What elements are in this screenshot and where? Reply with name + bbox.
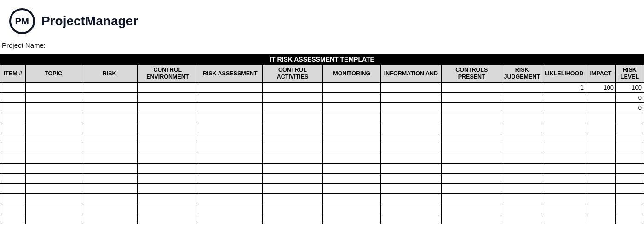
cell-riskjudge[interactable]	[502, 153, 542, 164]
cell-info[interactable]	[381, 174, 442, 184]
cell-impact[interactable]	[586, 164, 616, 174]
cell-likelihood[interactable]	[542, 123, 586, 133]
cell-ctrlenv[interactable]	[137, 164, 198, 174]
cell-info[interactable]	[381, 133, 442, 143]
cell-risklevel[interactable]	[615, 184, 644, 194]
cell-ctrlact[interactable]	[262, 143, 323, 153]
cell-info[interactable]	[381, 93, 442, 103]
cell-topic[interactable]	[25, 153, 81, 164]
cell-ctrlpres[interactable]	[441, 164, 502, 174]
cell-riskassess[interactable]	[198, 214, 262, 224]
cell-topic[interactable]	[25, 204, 81, 214]
cell-risk[interactable]	[81, 123, 138, 133]
cell-ctrlpres[interactable]	[441, 103, 502, 113]
cell-ctrlact[interactable]	[262, 164, 323, 174]
cell-item[interactable]	[0, 194, 26, 204]
cell-topic[interactable]	[25, 194, 81, 204]
cell-info[interactable]	[381, 113, 442, 123]
cell-ctrlpres[interactable]	[441, 184, 502, 194]
cell-riskassess[interactable]	[198, 174, 262, 184]
cell-riskassess[interactable]	[198, 194, 262, 204]
cell-likelihood[interactable]	[542, 204, 586, 214]
cell-riskassess[interactable]	[198, 113, 262, 123]
cell-likelihood[interactable]: 1	[542, 83, 586, 93]
cell-monitor[interactable]	[323, 133, 381, 143]
cell-impact[interactable]	[586, 113, 616, 123]
cell-ctrlact[interactable]	[262, 93, 323, 103]
cell-info[interactable]	[381, 103, 442, 113]
cell-monitor[interactable]	[323, 153, 381, 164]
cell-topic[interactable]	[25, 164, 81, 174]
cell-ctrlact[interactable]	[262, 113, 323, 123]
cell-riskjudge[interactable]	[502, 194, 542, 204]
cell-info[interactable]	[381, 164, 442, 174]
cell-riskjudge[interactable]	[502, 143, 542, 153]
cell-likelihood[interactable]	[542, 164, 586, 174]
cell-risk[interactable]	[81, 83, 138, 93]
cell-ctrlact[interactable]	[262, 153, 323, 164]
cell-ctrlenv[interactable]	[137, 123, 198, 133]
cell-ctrlpres[interactable]	[441, 133, 502, 143]
cell-riskjudge[interactable]	[502, 164, 542, 174]
cell-ctrlenv[interactable]	[137, 184, 198, 194]
cell-monitor[interactable]	[323, 164, 381, 174]
cell-risklevel[interactable]	[615, 204, 644, 214]
cell-ctrlpres[interactable]	[441, 83, 502, 93]
cell-ctrlpres[interactable]	[441, 93, 502, 103]
cell-risklevel[interactable]: 0	[615, 103, 644, 113]
cell-item[interactable]	[0, 133, 26, 143]
cell-impact[interactable]: 100	[586, 83, 616, 93]
cell-item[interactable]	[0, 93, 26, 103]
cell-monitor[interactable]	[323, 123, 381, 133]
cell-impact[interactable]	[586, 103, 616, 113]
cell-risk[interactable]	[81, 174, 138, 184]
cell-risk[interactable]	[81, 153, 138, 164]
cell-topic[interactable]	[25, 123, 81, 133]
cell-item[interactable]	[0, 214, 26, 224]
cell-ctrlenv[interactable]	[137, 214, 198, 224]
cell-ctrlact[interactable]	[262, 204, 323, 214]
cell-item[interactable]	[0, 113, 26, 123]
cell-ctrlpres[interactable]	[441, 214, 502, 224]
cell-ctrlpres[interactable]	[441, 143, 502, 153]
cell-riskassess[interactable]	[198, 133, 262, 143]
cell-item[interactable]	[0, 103, 26, 113]
cell-impact[interactable]	[586, 123, 616, 133]
cell-riskassess[interactable]	[198, 153, 262, 164]
cell-impact[interactable]	[586, 93, 616, 103]
cell-ctrlenv[interactable]	[137, 133, 198, 143]
cell-topic[interactable]	[25, 103, 81, 113]
cell-impact[interactable]	[586, 143, 616, 153]
cell-ctrlenv[interactable]	[137, 153, 198, 164]
cell-likelihood[interactable]	[542, 194, 586, 204]
cell-riskassess[interactable]	[198, 184, 262, 194]
cell-ctrlpres[interactable]	[441, 123, 502, 133]
cell-item[interactable]	[0, 164, 26, 174]
cell-item[interactable]	[0, 204, 26, 214]
cell-risklevel[interactable]	[615, 174, 644, 184]
cell-risklevel[interactable]	[615, 143, 644, 153]
cell-monitor[interactable]	[323, 174, 381, 184]
cell-risklevel[interactable]	[615, 153, 644, 164]
cell-likelihood[interactable]	[542, 153, 586, 164]
cell-riskjudge[interactable]	[502, 133, 542, 143]
cell-riskjudge[interactable]	[502, 103, 542, 113]
cell-riskjudge[interactable]	[502, 204, 542, 214]
cell-risklevel[interactable]	[615, 194, 644, 204]
cell-monitor[interactable]	[323, 103, 381, 113]
cell-ctrlenv[interactable]	[137, 113, 198, 123]
cell-risklevel[interactable]: 0	[615, 93, 644, 103]
cell-item[interactable]	[0, 143, 26, 153]
cell-info[interactable]	[381, 184, 442, 194]
cell-ctrlact[interactable]	[262, 194, 323, 204]
cell-riskassess[interactable]	[198, 123, 262, 133]
cell-monitor[interactable]	[323, 93, 381, 103]
cell-ctrlact[interactable]	[262, 214, 323, 224]
cell-risklevel[interactable]	[615, 214, 644, 224]
cell-likelihood[interactable]	[542, 113, 586, 123]
cell-ctrlact[interactable]	[262, 103, 323, 113]
cell-info[interactable]	[381, 83, 442, 93]
cell-info[interactable]	[381, 204, 442, 214]
cell-ctrlpres[interactable]	[441, 204, 502, 214]
cell-monitor[interactable]	[323, 143, 381, 153]
